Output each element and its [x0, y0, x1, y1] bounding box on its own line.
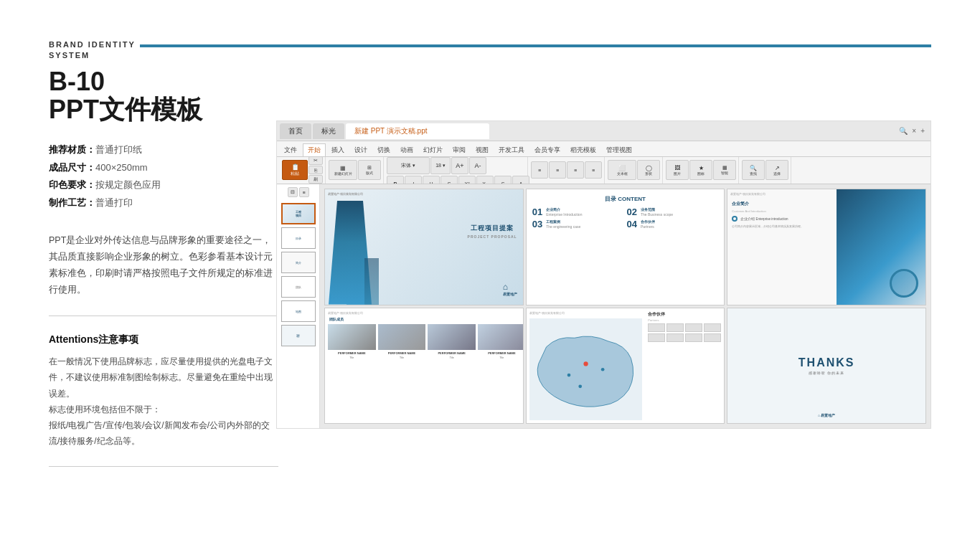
- align-right-btn[interactable]: ≡: [567, 161, 584, 179]
- format-btn[interactable]: 刷: [308, 175, 323, 184]
- partner-logo-3: [685, 323, 702, 332]
- shapes-btn[interactable]: ◯ 形状: [637, 160, 660, 180]
- content-title-4: 合作伙伴: [641, 219, 655, 224]
- tab-file[interactable]: 新建 PPT 演示文稿.ppt: [346, 123, 489, 139]
- divider-2: [49, 466, 278, 467]
- ppt-main: ⊟ ≡ 工程项目 目录 简介 团队 地图 谢: [277, 184, 930, 428]
- ppt-ribbon: 文件 开始 插入 设计 切换 动画 幻灯片 审阅 视图 开发工具 会员专享 稻壳…: [277, 141, 930, 184]
- svg-point-3: [578, 384, 582, 388]
- attentions-text1: 在一般情况下使用品牌标志，应尽量使用提供的光盘电子文件，不建议使用标准制图绘制标…: [49, 356, 273, 398]
- bold-btn[interactable]: B: [387, 176, 404, 184]
- slide-thumb-4[interactable]: 团队: [281, 276, 316, 298]
- ribbon-tab-slideshow[interactable]: 幻灯片: [419, 144, 447, 156]
- ribbon-tools: 📋 粘贴 ✂ ⎘ 刷 ▦ 新建幻灯片 ⊞: [277, 157, 930, 184]
- slide-thumb-6[interactable]: 谢: [281, 325, 316, 346]
- ribbon-tab-file[interactable]: 文件: [280, 144, 301, 156]
- ribbon-tab-animation[interactable]: 动画: [396, 144, 418, 156]
- section-name: PPT文件模板: [49, 95, 278, 124]
- font-shrink[interactable]: A-: [469, 157, 486, 174]
- slide-2[interactable]: 目录 CONTENT 01 企业简介 Enterprise Introducti…: [526, 189, 725, 305]
- ribbon-tab-member[interactable]: 会员专享: [530, 144, 565, 156]
- team-role-4: Ttle: [499, 356, 504, 359]
- font-select[interactable]: 宋体 ▾: [387, 157, 430, 174]
- align-center-btn[interactable]: ≡: [549, 161, 566, 179]
- spec-color: 印色要求：按规定颜色应用: [49, 176, 278, 194]
- team-member-3: PERFORMER NAME Ttle: [428, 324, 476, 418]
- outline-view-btn[interactable]: ≡: [299, 187, 309, 197]
- underline-btn[interactable]: U: [423, 176, 440, 184]
- align-left-btn[interactable]: ≡: [531, 161, 548, 179]
- content-num-2: 02: [626, 207, 636, 217]
- cut-btn[interactable]: ✂: [308, 157, 323, 166]
- ribbon-tab-template[interactable]: 稻壳模板: [566, 144, 600, 156]
- team-photo-2: [378, 324, 426, 350]
- partner-logo-5: [648, 333, 665, 342]
- brand-title: BRAND IDENTITY SYSTEM: [49, 39, 278, 62]
- tab-mark[interactable]: 标光: [313, 123, 344, 139]
- slide3-subtitle: Customer And Introduction: [732, 209, 826, 213]
- ppt-window-panel: 首页 标光 新建 PPT 演示文稿.ppt 🔍 × + 文件 开始 插入 设计 …: [276, 120, 931, 429]
- tab-close-icon[interactable]: ×: [912, 127, 916, 135]
- icon-btn[interactable]: ★ 图标: [689, 160, 712, 180]
- ribbon-tab-insert[interactable]: 插入: [327, 144, 349, 156]
- slide1-main-title: 工程项目提案: [468, 224, 517, 233]
- slide-thumb-2[interactable]: 目录: [281, 227, 316, 249]
- content-item-3: 03 工程案例 The engineering case: [532, 219, 624, 229]
- material-value: 普通打印纸: [95, 144, 142, 155]
- slide-1[interactable]: 工程项目提案 PROJECT PROPOSAL ⌂ 易置地产 易置地产·项目策划…: [324, 189, 524, 305]
- ribbon-tab-developer[interactable]: 开发工具: [494, 144, 529, 156]
- layout-btn[interactable]: ⊞ 版式: [358, 160, 381, 180]
- slide-thumb-1[interactable]: 工程项目: [281, 203, 316, 224]
- partner-logo-2: [666, 323, 684, 332]
- justify-btn[interactable]: ≡: [585, 161, 602, 179]
- font-size[interactable]: 18 ▾: [430, 157, 451, 174]
- ppt-window: 首页 标光 新建 PPT 演示文稿.ppt 🔍 × + 文件 开始 插入 设计 …: [277, 121, 930, 428]
- copy-btn[interactable]: ⎘: [308, 166, 323, 174]
- description-text: PPT是企业对外传达信息与品牌形象的重要途径之一，其品质直接影响企业形象的树立。…: [49, 232, 278, 299]
- team-role-2: Ttle: [400, 356, 404, 359]
- size-value: 400×250mm: [95, 162, 148, 173]
- tab-home[interactable]: 首页: [280, 123, 311, 139]
- team-member-4: PERFORMER NAME Ttle: [478, 324, 524, 418]
- content-item-2: 02 业务范围 The Business scope: [626, 207, 718, 217]
- team-photo-3: [428, 324, 476, 350]
- shadow-btn[interactable]: S: [494, 176, 512, 184]
- slide-5[interactable]: 易置地产·项目策划有限公司 合作伙: [526, 308, 725, 425]
- ribbon-tab-manage[interactable]: 管理视图: [602, 144, 636, 156]
- ribbon-tab-transition[interactable]: 切换: [373, 144, 395, 156]
- new-slide-btn[interactable]: ▦ 新建幻灯片: [329, 160, 357, 180]
- slide-thumb-5[interactable]: 地图: [281, 300, 316, 322]
- font-color-btn[interactable]: A: [512, 176, 529, 184]
- content-num-3: 03: [532, 219, 542, 229]
- ribbon-tab-view[interactable]: 视图: [471, 144, 493, 156]
- ribbon-group-draw: ⬜ 文本框 ◯ 形状: [606, 157, 663, 184]
- search-icon[interactable]: 🔍: [899, 127, 908, 135]
- ribbon-group-insert: 🖼 图片 ★ 图标 ▦ 智能: [664, 157, 739, 184]
- superscript-btn[interactable]: X²: [458, 176, 476, 184]
- smartart-btn[interactable]: ▦ 智能: [713, 160, 736, 180]
- team-name-3: PERFORMER NAME: [438, 351, 465, 355]
- image-btn[interactable]: 🖼 图片: [666, 160, 689, 180]
- select-btn[interactable]: ↗ 选择: [765, 160, 788, 180]
- slide-thumb-3[interactable]: 简介: [281, 252, 316, 273]
- textbox-btn[interactable]: ⬜ 文本框: [608, 160, 636, 180]
- strikethrough-btn[interactable]: S: [440, 176, 458, 184]
- ribbon-tab-review[interactable]: 审阅: [448, 144, 470, 156]
- content-grid: 01 企业简介 Enterprise Introduction 02 业务范围 …: [532, 207, 719, 229]
- subscript-btn[interactable]: X₂: [476, 176, 494, 184]
- ribbon-tab-home[interactable]: 开始: [303, 143, 326, 156]
- partner-logo-1: [648, 323, 665, 332]
- find-btn[interactable]: 🔍 查找: [742, 160, 765, 180]
- slide-4[interactable]: 易置地产·项目策划有限公司 团队成员 PERFORMER NAME Ttle P…: [324, 308, 524, 425]
- partner-logo-7: [685, 333, 702, 342]
- italic-btn[interactable]: I: [405, 176, 422, 184]
- font-grow[interactable]: A+: [451, 157, 468, 174]
- thanks-tagline: 感谢聆听 你的未来: [798, 371, 855, 375]
- ribbon-tab-design[interactable]: 设计: [350, 144, 372, 156]
- slide-6[interactable]: THANKS 感谢聆听 你的未来 ⌂ 易置地产: [727, 308, 926, 425]
- tab-add-icon[interactable]: +: [920, 127, 925, 135]
- attentions-text: 在一般情况下使用品牌标志，应尽量使用提供的光盘电子文件，不建议使用标准制图绘制标…: [49, 354, 278, 449]
- slide-view-btn[interactable]: ⊟: [288, 187, 298, 197]
- slide-3[interactable]: 易置地产·项目策划有限公司 企业简介 Customer And Introduc…: [727, 189, 926, 305]
- paste-btn[interactable]: 📋 粘贴: [282, 160, 308, 180]
